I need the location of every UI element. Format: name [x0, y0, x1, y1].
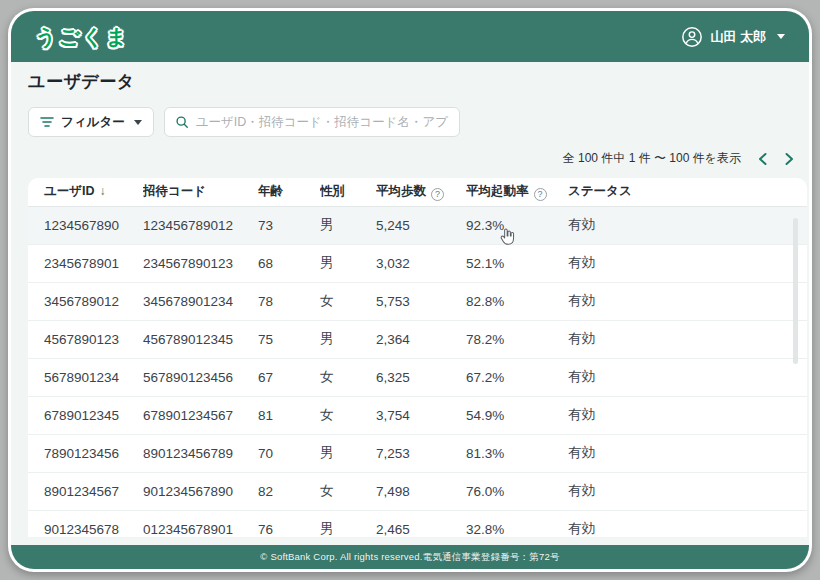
- app-header: うごくま 山田 太郎: [11, 11, 809, 62]
- pagination-prev-button[interactable]: [757, 152, 768, 166]
- search-icon: [175, 115, 189, 129]
- column-header-age: 年齢: [258, 178, 320, 206]
- table-cell: 567890123456: [143, 358, 258, 396]
- search-input[interactable]: [196, 115, 449, 129]
- table-row[interactable]: 567890123456789012345667女6,32567.2%有効: [28, 358, 807, 396]
- app-window-inner: うごくま 山田 太郎 ユーザデータ: [11, 11, 809, 569]
- column-header-gender: 性別: [320, 178, 376, 206]
- table-cell: 7,253: [376, 434, 466, 472]
- table-cell: 67.2%: [466, 358, 568, 396]
- table-cell: 男: [320, 434, 376, 472]
- table-cell: 68: [258, 244, 320, 282]
- table-scrollbar[interactable]: [793, 218, 798, 364]
- table-cell: 2,364: [376, 320, 466, 358]
- table-cell: 123456789012: [143, 206, 258, 244]
- table-cell: 9012345678: [28, 510, 143, 537]
- table-cell: 6,325: [376, 358, 466, 396]
- table-cell: 81: [258, 396, 320, 434]
- table-row[interactable]: 678901234567890123456781女3,75454.9%有効: [28, 396, 807, 434]
- table-cell: 70: [258, 434, 320, 472]
- table-row[interactable]: 234567890123456789012368男3,03252.1%有効: [28, 244, 807, 282]
- search-box[interactable]: [164, 107, 460, 137]
- table-cell: 有効: [568, 244, 807, 282]
- table-cell: 456789012345: [143, 320, 258, 358]
- table-body: 123456789012345678901273男5,24592.3%有効234…: [28, 206, 807, 537]
- user-table: ユーザID↓ 招待コード 年齢 性別: [28, 178, 807, 537]
- table-cell: 男: [320, 320, 376, 358]
- table-cell: 82: [258, 472, 320, 510]
- table-cell: 890123456789: [143, 434, 258, 472]
- table-cell: 4567890123: [28, 320, 143, 358]
- table-cell: 女: [320, 396, 376, 434]
- table-cell: 5,245: [376, 206, 466, 244]
- help-icon[interactable]: ?: [431, 188, 444, 201]
- help-icon[interactable]: ?: [534, 188, 547, 201]
- table-cell: 3,032: [376, 244, 466, 282]
- table-cell: 1234567890: [28, 206, 143, 244]
- table-cell: 8901234567: [28, 472, 143, 510]
- main-content: ユーザデータ フィルター: [11, 62, 809, 545]
- table-cell: 67: [258, 358, 320, 396]
- table-row[interactable]: 456789012345678901234575男2,36478.2%有効: [28, 320, 807, 358]
- user-menu[interactable]: 山田 太郎: [681, 26, 785, 48]
- column-header-avg-launch-rate: 平均起動率?: [466, 178, 568, 206]
- table-cell: 92.3%: [466, 206, 568, 244]
- table-row[interactable]: 345678901234567890123478女5,75382.8%有効: [28, 282, 807, 320]
- pagination: 全 100 件中 1 件 〜 100 件を表示: [563, 150, 795, 167]
- table-cell: 3456789012: [28, 282, 143, 320]
- chevron-down-icon: [777, 34, 785, 39]
- pagination-text: 全 100 件中 1 件 〜 100 件を表示: [563, 150, 741, 167]
- table-cell: 678901234567: [143, 396, 258, 434]
- table-cell: 345678901234: [143, 282, 258, 320]
- filter-row: フィルター: [28, 107, 460, 137]
- table-row[interactable]: 123456789012345678901273男5,24592.3%有効: [28, 206, 807, 244]
- user-name: 山田 太郎: [710, 28, 766, 46]
- table-cell: 有効: [568, 282, 807, 320]
- chevron-down-icon: [134, 120, 142, 125]
- user-avatar-icon: [681, 26, 703, 48]
- table-row[interactable]: 890123456790123456789082女7,49876.0%有効: [28, 472, 807, 510]
- table-row[interactable]: 901234567801234567890176男2,46532.8%有効: [28, 510, 807, 537]
- table-cell: 5678901234: [28, 358, 143, 396]
- table-cell: 78: [258, 282, 320, 320]
- table-cell: 女: [320, 472, 376, 510]
- table-cell: 女: [320, 282, 376, 320]
- copyright-text: © SoftBank Corp. All rights reserved.電気通…: [260, 551, 559, 564]
- app-window: うごくま 山田 太郎 ユーザデータ: [8, 8, 812, 572]
- table-cell: 3,754: [376, 396, 466, 434]
- table-cell: 有効: [568, 472, 807, 510]
- app-logo: うごくま: [35, 23, 129, 51]
- column-header-user-id[interactable]: ユーザID↓: [28, 178, 143, 206]
- column-header-invite-code: 招待コード: [143, 178, 258, 206]
- sort-desc-icon: ↓: [100, 184, 106, 198]
- table-cell: 81.3%: [466, 434, 568, 472]
- table-cell: 2345678901: [28, 244, 143, 282]
- table-cell: 012345678901: [143, 510, 258, 537]
- table-cell: 男: [320, 510, 376, 537]
- table-cell: 234567890123: [143, 244, 258, 282]
- pagination-next-button[interactable]: [784, 152, 795, 166]
- table-cell: 有効: [568, 206, 807, 244]
- user-table-card: ユーザID↓ 招待コード 年齢 性別: [28, 178, 807, 537]
- table-cell: 32.8%: [466, 510, 568, 537]
- table-cell: 7890123456: [28, 434, 143, 472]
- column-header-status: ステータス: [568, 178, 807, 206]
- table-cell: 5,753: [376, 282, 466, 320]
- table-cell: 901234567890: [143, 472, 258, 510]
- filter-button-label: フィルター: [61, 114, 125, 131]
- table-cell: 有効: [568, 320, 807, 358]
- table-cell: 男: [320, 206, 376, 244]
- table-cell: 6789012345: [28, 396, 143, 434]
- table-cell: 52.1%: [466, 244, 568, 282]
- app-footer: © SoftBank Corp. All rights reserved.電気通…: [11, 545, 809, 569]
- table-cell: 54.9%: [466, 396, 568, 434]
- table-cell: 82.8%: [466, 282, 568, 320]
- table-cell: 7,498: [376, 472, 466, 510]
- table-cell: 有効: [568, 396, 807, 434]
- filter-button[interactable]: フィルター: [28, 107, 154, 137]
- table-cell: 女: [320, 358, 376, 396]
- table-row[interactable]: 789012345689012345678970男7,25381.3%有効: [28, 434, 807, 472]
- filter-icon: [40, 116, 54, 128]
- table-cell: 男: [320, 244, 376, 282]
- column-header-avg-steps: 平均歩数?: [376, 178, 466, 206]
